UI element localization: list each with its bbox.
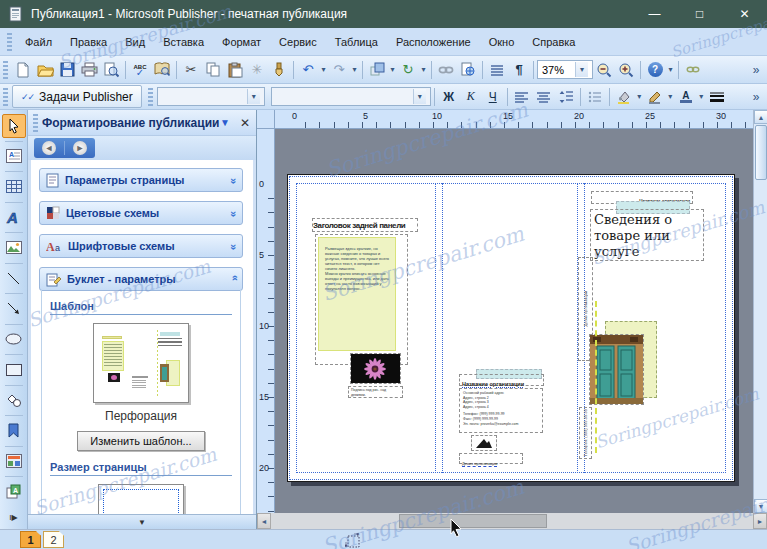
task-pane-close-icon[interactable]: ✕ (240, 116, 250, 130)
oval-tool[interactable] (2, 328, 26, 352)
motto-box[interactable]: Девиз организации (459, 453, 523, 464)
menu-view[interactable]: Вид (116, 33, 154, 51)
copy-button[interactable] (202, 59, 224, 81)
autoshapes-tool[interactable] (2, 389, 26, 413)
toolbar-options[interactable]: ▾ (666, 59, 675, 81)
publisher-tasks-button[interactable]: ✓✓ Задачи Publisher (12, 85, 142, 108)
zoom-out-button[interactable] (593, 59, 615, 81)
section-font-schemes[interactable]: Аа Шрифтовые схемы » (39, 234, 243, 258)
research-button[interactable] (151, 59, 173, 81)
page-tab-2[interactable]: 2 (43, 531, 64, 548)
close-button[interactable]: ✕ (722, 0, 767, 28)
menu-file[interactable]: Файл (16, 33, 61, 51)
free-rotate-dropdown[interactable]: ▾ (419, 59, 428, 81)
fill-color-dropdown[interactable]: ▾ (635, 86, 644, 108)
bring-to-front-button[interactable] (366, 59, 388, 81)
back-icon[interactable]: ◄ (42, 141, 56, 155)
photo-caption-box[interactable]: Подпись под рис. над девизом. (348, 386, 403, 398)
link-button[interactable] (682, 59, 704, 81)
section-color-schemes[interactable]: Цветовые схемы » (39, 201, 243, 225)
paste-button[interactable] (224, 59, 246, 81)
cut-button[interactable]: ✂ (180, 59, 202, 81)
zoom-combo[interactable]: 37%▾ (537, 60, 593, 79)
door-photo-frame[interactable] (589, 334, 644, 405)
toolbar-grip[interactable] (3, 88, 8, 106)
back-panel-heading-box[interactable]: Заголовок задней панели (312, 218, 418, 232)
menu-help[interactable]: Справка (523, 33, 584, 51)
font-size-combo[interactable]: ▾ (271, 87, 431, 106)
font-name-arrow[interactable]: ▾ (247, 89, 260, 104)
horizontal-scrollbar[interactable]: ◄ ► (257, 513, 767, 529)
scroll-down-icon[interactable]: ▼ (754, 499, 767, 513)
boundaries-guides-button[interactable] (486, 59, 508, 81)
line-tool[interactable] (2, 267, 26, 291)
section-page-options[interactable]: Параметры страницы » (39, 168, 243, 192)
select-tool[interactable] (2, 114, 26, 138)
vertical-scroll-thumb[interactable] (755, 125, 767, 180)
underline-button[interactable]: Ч (482, 86, 504, 108)
free-rotate-button[interactable]: ↻ (397, 59, 419, 81)
insert-table-tool[interactable] (2, 175, 26, 199)
page-size-thumbnail[interactable] (98, 484, 184, 514)
fill-color-button[interactable] (613, 86, 635, 108)
line-color-button[interactable] (644, 86, 666, 108)
org-name-box[interactable]: Название организации (459, 374, 544, 386)
menu-arrange[interactable]: Расположение (387, 33, 480, 51)
photo-frame[interactable] (350, 353, 401, 384)
more-buttons[interactable]: » (745, 86, 767, 108)
line-weight-button[interactable] (706, 86, 728, 108)
task-pane-grip[interactable] (33, 114, 38, 132)
scroll-right-icon[interactable]: ► (753, 513, 767, 529)
zoom-in-button[interactable] (615, 59, 637, 81)
print-preview-button[interactable] (100, 59, 122, 81)
italic-button[interactable]: К (460, 86, 482, 108)
publication-page[interactable]: Заголовок задней панели Размещая здесь к… (287, 174, 735, 482)
back-panel-text-box[interactable]: Размещая здесь краткие, но важные сведен… (318, 237, 396, 351)
front-title-box[interactable]: Сведения о товаре или услуге (590, 209, 704, 261)
undo-dropdown[interactable]: ▾ (319, 59, 328, 81)
vertical-scrollbar[interactable]: ▲ ▼ (753, 110, 767, 513)
template-thumbnail[interactable] (93, 323, 189, 403)
picture-frame-tool[interactable] (2, 236, 26, 260)
forward-icon[interactable]: ► (73, 141, 87, 155)
horizontal-scroll-thumb[interactable] (399, 514, 547, 528)
hyperlink-button[interactable] (435, 59, 457, 81)
side-vertical-text-box-2[interactable]: Телефон: (999) 999-99-99 (579, 407, 592, 459)
task-pane-scroll-down[interactable]: ▼ (28, 514, 256, 529)
text-box-tool[interactable]: A (2, 145, 26, 169)
menu-edit[interactable]: Правка (61, 33, 116, 51)
new-document-button[interactable] (12, 59, 34, 81)
redo-button[interactable]: ↷ (328, 59, 350, 81)
web-page-preview-button[interactable] (457, 59, 479, 81)
bullets-button[interactable] (584, 86, 606, 108)
toolbar-grip[interactable] (7, 33, 12, 51)
bring-to-front-dropdown[interactable]: ▾ (388, 59, 397, 81)
menu-insert[interactable]: Вставка (154, 33, 213, 51)
scroll-left-icon[interactable]: ◄ (257, 513, 271, 529)
special-paste-button[interactable]: ✳ (246, 59, 268, 81)
maximize-button[interactable]: □ (677, 0, 722, 28)
redo-dropdown[interactable]: ▾ (350, 59, 359, 81)
font-name-combo[interactable]: ▾ (157, 87, 265, 106)
zoom-combo-arrow[interactable]: ▾ (575, 62, 588, 77)
line-color-dropdown[interactable]: ▾ (666, 86, 675, 108)
address-box[interactable]: Основной рабочий адрес Адрес, строка 2 А… (459, 388, 543, 433)
menu-tools[interactable]: Сервис (270, 33, 326, 51)
help-button[interactable]: ? (644, 59, 666, 81)
expand-toolbar-button[interactable]: I▶ (2, 506, 26, 530)
toolbar-grip[interactable] (3, 61, 8, 79)
line-spacing-button[interactable] (555, 86, 577, 108)
open-button[interactable] (34, 59, 56, 81)
bookmark-tool[interactable] (2, 419, 26, 443)
arrow-tool[interactable] (2, 297, 26, 321)
align-center-button[interactable] (533, 86, 555, 108)
wordart-tool[interactable]: A (2, 206, 26, 230)
logo-box[interactable] (471, 435, 497, 451)
special-characters-button[interactable]: ¶ (508, 59, 530, 81)
font-size-arrow[interactable]: ▾ (413, 89, 426, 104)
bold-button[interactable]: Ж (438, 86, 460, 108)
change-template-button[interactable]: Изменить шаблон... (77, 431, 204, 451)
rectangle-tool[interactable] (2, 358, 26, 382)
minimize-button[interactable]: — (632, 0, 677, 28)
design-gallery-tool[interactable] (2, 450, 26, 474)
